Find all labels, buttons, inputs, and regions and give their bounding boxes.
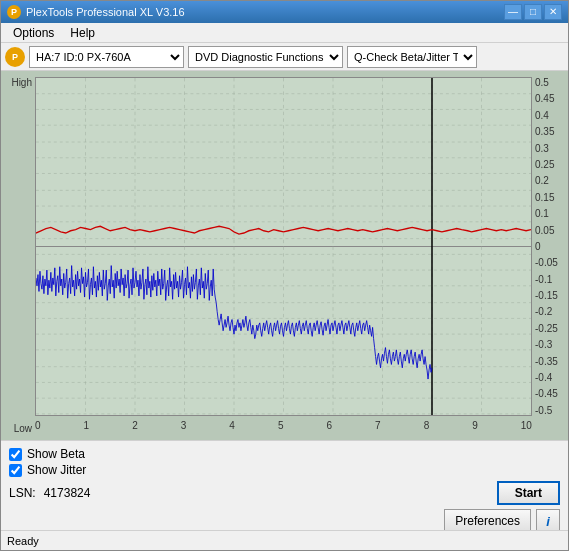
status-text: Ready (7, 535, 39, 547)
close-button[interactable]: ✕ (544, 4, 562, 20)
title-bar-controls: — □ ✕ (504, 4, 562, 20)
y-axis-right: 0.5 0.45 0.4 0.35 0.3 0.25 0.2 0.15 0.1 … (532, 77, 564, 416)
bottom-panel: Show Beta Show Jitter LSN: 4173824 Start… (1, 440, 568, 530)
show-jitter-label: Show Jitter (27, 463, 86, 477)
show-beta-item: Show Beta (9, 447, 560, 461)
lsn-label: LSN: (9, 486, 36, 500)
lsn-value: 4173824 (44, 486, 91, 500)
chart-area: High Low 0.5 0.45 0.4 0.35 0.3 0.25 0.2 … (1, 71, 568, 440)
show-beta-label: Show Beta (27, 447, 85, 461)
menu-options[interactable]: Options (5, 24, 62, 42)
function-select[interactable]: DVD Diagnostic Functions (188, 46, 343, 68)
x-axis-labels: 0 1 2 3 4 5 6 7 8 9 10 (35, 416, 532, 434)
chart-inner (35, 77, 532, 416)
start-button[interactable]: Start (497, 481, 560, 505)
lsn-area: LSN: 4173824 (9, 486, 90, 500)
test-select[interactable]: Q-Check Beta/Jitter Test (347, 46, 477, 68)
toolbar-icon: P (5, 47, 25, 67)
chart-svg (36, 78, 531, 415)
show-beta-checkbox[interactable] (9, 448, 22, 461)
window-title: PlexTools Professional XL V3.16 (26, 6, 185, 18)
maximize-button[interactable]: □ (524, 4, 542, 20)
menu-help[interactable]: Help (62, 24, 103, 42)
status-bar: Ready (1, 530, 568, 550)
main-window: P PlexTools Professional XL V3.16 — □ ✕ … (0, 0, 569, 551)
checkboxes-row: Show Beta Show Jitter (9, 447, 560, 477)
chart-container: High Low 0.5 0.45 0.4 0.35 0.3 0.25 0.2 … (5, 75, 564, 436)
y-left-high: High (11, 77, 32, 88)
minimize-button[interactable]: — (504, 4, 522, 20)
show-jitter-item: Show Jitter (9, 463, 560, 477)
y-axis-left: High Low (5, 77, 35, 434)
info-icon: i (546, 514, 550, 529)
menu-bar: Options Help (1, 23, 568, 43)
title-bar: P PlexTools Professional XL V3.16 — □ ✕ (1, 1, 568, 23)
buttons-area: Start (497, 481, 560, 505)
show-jitter-checkbox[interactable] (9, 464, 22, 477)
drive-select[interactable]: HA:7 ID:0 PX-760A (29, 46, 184, 68)
y-left-low: Low (14, 423, 32, 434)
app-icon: P (7, 5, 21, 19)
toolbar: P HA:7 ID:0 PX-760A DVD Diagnostic Funct… (1, 43, 568, 71)
bottom-row: LSN: 4173824 Start (9, 481, 560, 505)
title-bar-left: P PlexTools Professional XL V3.16 (7, 5, 185, 19)
